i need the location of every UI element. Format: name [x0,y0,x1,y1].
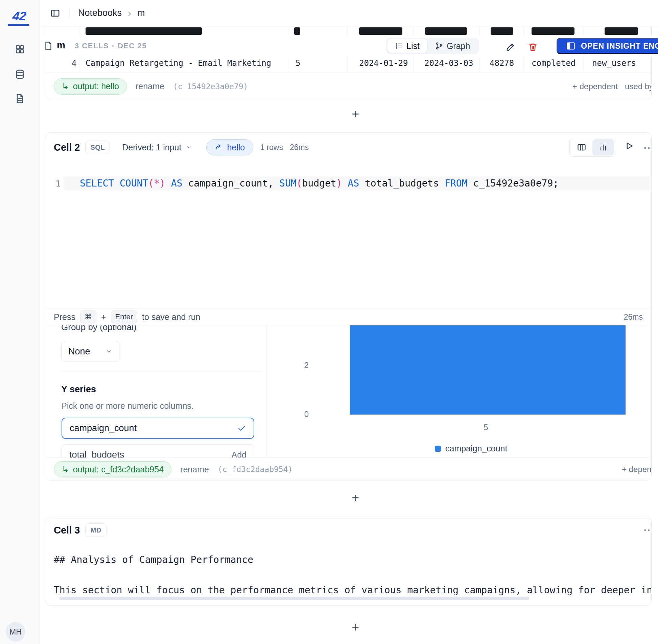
cell2-title: Cell 2 [54,142,80,153]
clipped-row-fragment [86,27,202,35]
output-pill-label: output: c_fd3c2daab954 [73,465,164,475]
dependent-link[interactable]: + dependent [572,82,618,91]
breadcrumb-separator: › [128,7,131,19]
top-header: Notebooks › m [40,0,658,26]
edit-button[interactable] [504,40,517,54]
dashboard-grid-icon [15,44,25,55]
play-icon [624,141,634,151]
run-cell-button[interactable] [624,141,634,151]
y-tick: 0 [293,410,309,419]
add-column-button[interactable]: Add [232,450,246,458]
clipped-row-fragment [491,27,513,35]
input-pill-hello[interactable]: hello [206,139,253,156]
sql-token: SELECT [80,178,120,189]
notebook-file-icon [43,41,53,51]
breadcrumb-current: m [137,8,145,18]
sql-editor[interactable]: SELECT COUNT(*) AS campaign_count, SUM(b… [80,178,558,189]
y-tick: 2 [293,361,309,370]
cell2-more-button[interactable]: ⋯ [643,141,652,155]
cell3-more-button[interactable]: ⋯ [643,523,652,536]
view-toggle: List Graph [386,38,479,54]
output-ref: (c_15492e3a0e79) [173,82,248,91]
user-avatar[interactable]: MH [6,622,25,642]
breadcrumb-parent[interactable]: Notebooks [78,8,122,18]
sql-token: total_budgets [365,178,445,189]
cell3-card: Cell 3 MD ⋯ ## Analysis of Campaign Perf… [45,516,652,606]
view-graph-button[interactable]: Graph [428,39,478,53]
enter-keycap: Enter [111,310,138,323]
app-sidebar: 42 MH [0,0,40,644]
sql-token: budget [302,178,336,189]
app-logo[interactable]: 42 [8,8,30,26]
rows-info: 1 rows [260,143,283,152]
group-by-select[interactable]: None [61,341,119,362]
editor-footer: Press ⌘ + Enter to save and run 26ms [45,308,651,325]
clipped-row-fragment [294,27,300,35]
open-insight-label: OPEN INSIGHT ENGINE [581,42,658,51]
sql-token: AS [348,178,365,189]
pencil-icon [505,42,516,52]
config-divider [61,372,261,372]
input-pill-label: hello [227,143,245,153]
clipped-row-fragment [605,27,638,35]
sidebar-item-notebooks[interactable] [11,90,29,108]
table-cell-budget: 48278 [490,59,514,68]
dependent-link[interactable]: + dependent [622,465,652,474]
sql-token: ) [336,178,348,189]
bar-chart: 2 0 5 campaign_count [266,325,651,458]
view-list-button[interactable]: List [388,39,427,53]
chevron-down-icon [106,348,112,355]
chevron-down-icon [186,144,193,151]
output-pill[interactable]: ↳ output: c_fd3c2daab954 [54,461,171,478]
check-icon [237,424,246,433]
press-label: Press [54,312,75,322]
add-cell-button[interactable]: + [349,490,362,505]
delete-button[interactable] [526,40,540,54]
sidebar-toggle-button[interactable] [50,8,60,18]
output-pill[interactable]: ↳ output: hello [54,78,127,95]
table-cell-index: 4 [72,59,76,68]
list-icon [395,42,403,50]
rename-link[interactable]: rename [180,465,209,475]
sql-token: * [154,178,160,189]
sql-token: ) [160,178,171,189]
add-cell-button[interactable]: + [349,620,362,635]
insight-panel-icon [566,41,575,51]
line-number: 1 [56,179,61,188]
notebook-app: 4 Campaign Retargeting - Email Marketing… [0,0,658,644]
notebook-toolbar: m 3 CELLS • DEC 25 List Graph [40,36,658,56]
x-tick: 5 [479,423,493,432]
chart-view-button[interactable] [592,139,614,156]
save-run-label: to save and run [142,312,200,322]
panel-toggle-icon [50,8,60,18]
y-series-add-option[interactable]: total_budgets Add [62,444,254,458]
input-arrow-icon [215,143,223,152]
next-column-label: total_budgets [69,450,124,458]
y-series-hint: Pick one or more numeric columns. [61,401,194,411]
document-icon [15,93,25,104]
open-insight-engine-button[interactable]: OPEN INSIGHT ENGINE [556,38,658,54]
group-by-value: None [68,346,90,357]
legend-label: campaign_count [445,444,507,454]
table-view-button[interactable] [571,139,592,156]
output-ref: (c_fd3c2daab954) [218,465,293,474]
horizontal-scrollbar[interactable] [59,597,529,600]
derived-dropdown[interactable]: Derived: 1 input [122,143,193,153]
add-cell-button[interactable]: + [349,107,362,121]
chart-legend: campaign_count [435,444,507,454]
cells-count: 3 CELLS [75,42,109,50]
y-series-title: Y series [61,384,96,395]
markdown-heading-line[interactable]: ## Analysis of Campaign Performance [54,554,253,565]
clipped-row-fragment [359,27,402,35]
result-view-toggle [569,138,616,157]
y-series-selected-option[interactable]: campaign_count [62,418,254,439]
rename-link[interactable]: rename [136,82,164,91]
sql-token: AS [171,178,188,189]
trash-icon [528,42,538,52]
sql-token: COUNT [120,178,148,189]
sidebar-item-dashboard[interactable] [11,40,29,59]
markdown-body-line[interactable]: This section will focus on the performan… [54,584,652,596]
sidebar-item-data[interactable] [11,65,29,84]
output-arrow-icon: ↳ [62,464,69,475]
meta-dot: • [112,42,115,50]
